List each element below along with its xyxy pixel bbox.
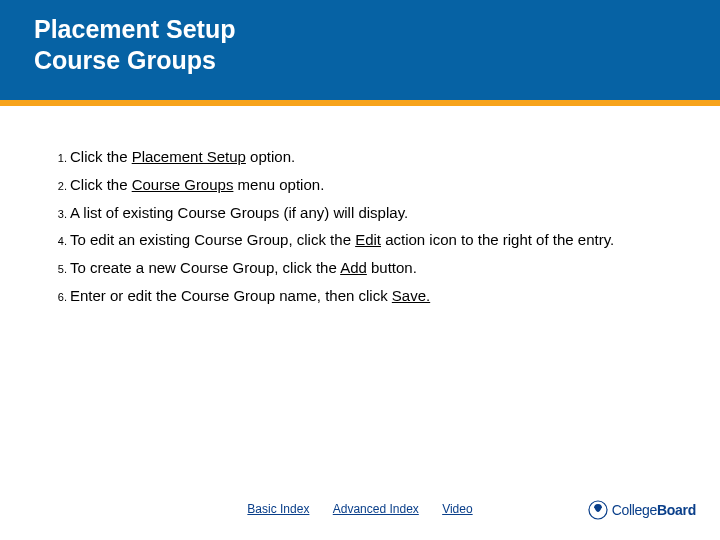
slide-title: Placement Setup Course Groups: [34, 14, 720, 77]
step-item: Enter or edit the Course Group name, the…: [70, 287, 682, 315]
step-text-pre: A list of existing Course Groups (if any…: [70, 204, 408, 221]
step-text-pre: Click the: [70, 148, 132, 165]
title-line-1: Placement Setup: [34, 15, 235, 43]
video-link[interactable]: Video: [442, 502, 472, 516]
step-item: Click the Course Groups menu option.: [70, 176, 682, 204]
step-text-underlined: Course Groups: [132, 176, 234, 193]
step-text-pre: To edit an existing Course Group, click …: [70, 231, 355, 248]
step-text-pre: To create a new Course Group, click the: [70, 259, 340, 276]
collegeboard-logo: CollegeBoard: [588, 500, 696, 520]
step-text-pre: Click the: [70, 176, 132, 193]
step-text-underlined: Add: [340, 259, 367, 276]
step-text-post: option.: [246, 148, 295, 165]
step-text-underlined: Save.: [392, 287, 430, 304]
logo-text-bold: Board: [657, 502, 696, 518]
step-text-post: button.: [367, 259, 417, 276]
logo-text: CollegeBoard: [612, 502, 696, 518]
step-text-post: action icon to the right of the entry.: [381, 231, 614, 248]
logo-text-light: College: [612, 502, 657, 518]
advanced-index-link[interactable]: Advanced Index: [333, 502, 419, 516]
basic-index-link[interactable]: Basic Index: [247, 502, 309, 516]
step-item: To edit an existing Course Group, click …: [70, 231, 682, 259]
step-text-pre: Enter or edit the Course Group name, the…: [70, 287, 392, 304]
step-item: To create a new Course Group, click the …: [70, 259, 682, 287]
step-item: Click the Placement Setup option.: [70, 148, 682, 176]
step-text-underlined: Edit: [355, 231, 381, 248]
step-text-underlined: Placement Setup: [132, 148, 246, 165]
acorn-icon: [588, 500, 608, 520]
step-item: A list of existing Course Groups (if any…: [70, 204, 682, 232]
title-line-2: Course Groups: [34, 46, 216, 74]
content-area: Click the Placement Setup option. Click …: [0, 106, 720, 315]
steps-list: Click the Placement Setup option. Click …: [48, 148, 682, 315]
step-text-post: menu option.: [233, 176, 324, 193]
slide-header: Placement Setup Course Groups: [0, 0, 720, 100]
